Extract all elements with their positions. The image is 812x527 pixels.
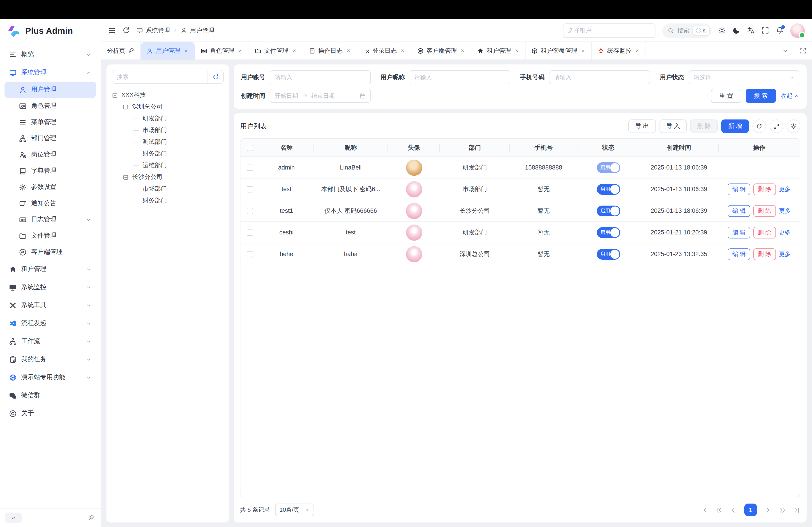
sidebar-item[interactable]: 参数设置 xyxy=(4,179,96,195)
tree-refresh-icon[interactable] xyxy=(207,70,223,84)
date-range-picker[interactable]: 开始日期 结束日期 xyxy=(270,89,371,103)
sidebar-item[interactable]: 用户管理 xyxy=(4,81,96,98)
global-search[interactable]: 搜索 ⌘ K xyxy=(662,23,711,37)
sidebar-item[interactable]: 字典管理 xyxy=(4,163,96,179)
tree-collapse-icon[interactable] xyxy=(123,174,129,180)
user-avatar[interactable] xyxy=(791,23,805,37)
search-button[interactable]: 搜 索 xyxy=(746,89,776,103)
sidebar-item[interactable]: 流程发起 xyxy=(4,314,96,332)
forward-5-pages-icon[interactable] xyxy=(779,507,786,513)
tree-node[interactable]: 市场部门 xyxy=(112,124,224,136)
row-checkbox[interactable] xyxy=(247,251,253,257)
tab-close-icon[interactable] xyxy=(183,48,188,53)
row-delete-button[interactable]: 删 除 xyxy=(753,205,776,216)
sidebar-item[interactable]: 微信群 xyxy=(4,386,96,404)
fullscreen-icon[interactable] xyxy=(762,27,769,34)
sidebar-item[interactable]: DEV 日志管理 xyxy=(4,211,96,228)
export-button[interactable]: 导 出 xyxy=(628,119,656,133)
row-delete-button[interactable]: 删 除 xyxy=(753,248,776,260)
row-checkbox[interactable] xyxy=(247,229,253,236)
tree-collapse-icon[interactable] xyxy=(112,92,118,98)
tree-node[interactable]: 测试部门 xyxy=(112,136,224,148)
tab-close-icon[interactable] xyxy=(400,48,405,53)
sidebar-item[interactable]: 系统工具 xyxy=(4,296,96,314)
status-toggle[interactable]: 启用 xyxy=(597,249,620,259)
breadcrumb-item-users[interactable]: 用户管理 xyxy=(180,26,214,34)
row-delete-button[interactable]: 删 除 xyxy=(753,227,776,238)
status-select[interactable]: 请选择 xyxy=(688,70,799,84)
sidebar-pin-icon[interactable] xyxy=(88,514,95,521)
status-toggle[interactable]: 启用 xyxy=(597,162,620,173)
dark-mode-icon[interactable] xyxy=(733,27,740,34)
sidebar-item[interactable]: 岗位管理 xyxy=(4,147,96,163)
status-toggle[interactable]: 启用 xyxy=(597,227,620,238)
collapse-filters-link[interactable]: 收起 xyxy=(780,92,799,100)
tree-search-input[interactable] xyxy=(112,70,207,84)
page-refresh-icon[interactable] xyxy=(122,27,130,34)
tree-node[interactable]: 市场部门 xyxy=(112,183,224,195)
add-button[interactable]: 新 增 xyxy=(721,119,749,133)
table-settings-button[interactable] xyxy=(787,119,800,133)
sidebar-collapse-button[interactable]: « xyxy=(5,512,21,523)
settings-icon[interactable] xyxy=(718,27,726,34)
tab[interactable]: 租户管理 xyxy=(472,42,525,60)
tab-close-icon[interactable] xyxy=(635,48,640,53)
tree-node[interactable]: 深圳总公司 xyxy=(112,101,224,113)
edit-button[interactable]: 编 辑 xyxy=(728,205,750,216)
more-button[interactable]: 更多 xyxy=(779,207,791,215)
tree-node[interactable]: XXX科技 xyxy=(112,89,224,101)
tree-node[interactable]: 财务部门 xyxy=(112,195,224,207)
sidebar-item[interactable]: 演示站专用功能 xyxy=(4,368,96,386)
row-delete-button[interactable]: 删 除 xyxy=(753,183,776,195)
pin-icon[interactable] xyxy=(128,48,134,54)
delete-button[interactable]: 删 除 xyxy=(691,119,718,133)
nickname-input[interactable] xyxy=(409,70,510,84)
tab[interactable]: 操作日志 xyxy=(303,42,357,60)
tab-close-icon[interactable] xyxy=(292,48,296,53)
tab[interactable]: 登录日志 xyxy=(357,42,411,60)
tab-close-icon[interactable] xyxy=(460,48,465,53)
tabs-fullscreen-icon[interactable] xyxy=(794,42,812,60)
edit-button[interactable]: 编 辑 xyxy=(728,183,750,195)
notifications-icon[interactable] xyxy=(776,27,784,34)
sidebar-item[interactable]: 部门管理 xyxy=(4,130,96,147)
tab[interactable]: 角色管理 xyxy=(195,42,249,60)
tree-collapse-icon[interactable] xyxy=(123,104,129,110)
next-page-icon[interactable] xyxy=(765,507,771,513)
current-page[interactable]: 1 xyxy=(744,503,757,516)
select-all-checkbox[interactable] xyxy=(247,145,253,151)
table-expand-button[interactable] xyxy=(770,119,783,133)
more-button[interactable]: 更多 xyxy=(779,250,791,258)
status-toggle[interactable]: 启用 xyxy=(597,184,620,195)
tab-close-icon[interactable] xyxy=(514,48,519,53)
tree-node[interactable]: 研发部门 xyxy=(112,113,224,124)
prev-page-icon[interactable] xyxy=(730,507,737,513)
sidebar-item[interactable]: 关于 xyxy=(4,404,96,422)
tab-close-icon[interactable] xyxy=(581,48,585,53)
phone-input[interactable] xyxy=(549,70,650,84)
tabs-dropdown-icon[interactable] xyxy=(776,42,794,60)
sidebar-item[interactable]: 角色管理 xyxy=(4,98,96,114)
edit-button[interactable]: 编 辑 xyxy=(728,248,750,260)
tree-node[interactable]: 运维部门 xyxy=(112,160,224,171)
sidebar-item[interactable]: 租户管理 xyxy=(4,260,96,278)
sidebar-item[interactable]: 概览 xyxy=(4,46,96,63)
last-page-icon[interactable] xyxy=(794,507,800,513)
tab[interactable]: 文件管理 xyxy=(249,42,303,60)
row-checkbox[interactable] xyxy=(247,208,253,214)
first-page-icon[interactable] xyxy=(701,507,708,513)
more-button[interactable]: 更多 xyxy=(779,185,791,193)
tab-close-icon[interactable] xyxy=(346,48,351,53)
menu-toggle-icon[interactable] xyxy=(108,27,116,34)
breadcrumb-item-system[interactable]: 系统管理 xyxy=(136,26,170,34)
table-refresh-button[interactable] xyxy=(752,119,766,133)
sidebar-item[interactable]: 通知公告 xyxy=(4,195,96,211)
tab[interactable]: 用户管理 xyxy=(141,42,195,60)
tab-close-icon[interactable] xyxy=(237,48,243,53)
more-button[interactable]: 更多 xyxy=(779,228,791,237)
sidebar-item[interactable]: 系统管理 xyxy=(4,63,96,81)
back-5-pages-icon[interactable] xyxy=(715,507,722,513)
sidebar-item[interactable]: 工作流 xyxy=(4,332,96,350)
sidebar-item[interactable]: 文件管理 xyxy=(4,228,96,244)
tenant-select[interactable] xyxy=(563,23,655,37)
